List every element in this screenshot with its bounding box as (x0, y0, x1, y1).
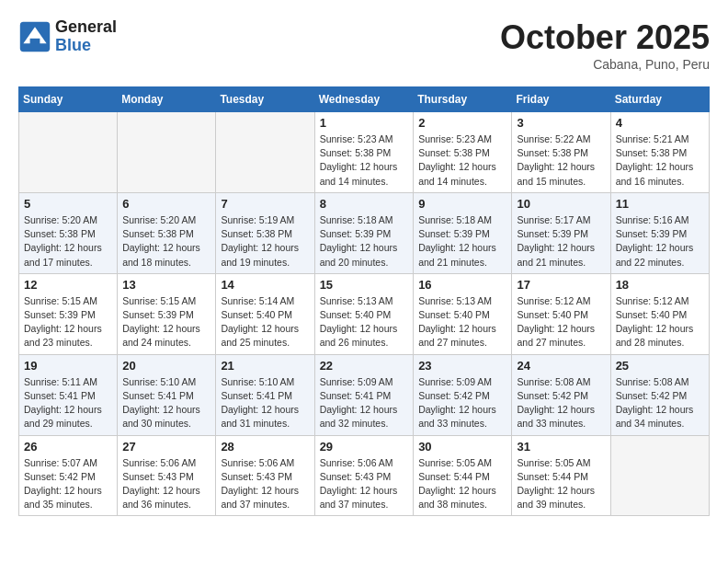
calendar-week-row: 1Sunrise: 5:23 AM Sunset: 5:38 PM Daylig… (19, 112, 710, 193)
calendar-cell (19, 112, 118, 193)
day-info: Sunrise: 5:22 AM Sunset: 5:38 PM Dayligh… (517, 132, 605, 189)
weekday-header-thursday: Thursday (414, 87, 512, 112)
day-number: 19 (24, 359, 112, 373)
day-number: 30 (418, 440, 506, 454)
calendar-cell: 14Sunrise: 5:14 AM Sunset: 5:40 PM Dayli… (216, 273, 314, 354)
day-info: Sunrise: 5:10 AM Sunset: 5:41 PM Dayligh… (122, 375, 210, 431)
calendar-cell: 2Sunrise: 5:23 AM Sunset: 5:38 PM Daylig… (414, 112, 512, 193)
day-number: 9 (418, 197, 506, 211)
day-number: 14 (221, 278, 309, 292)
calendar-cell: 23Sunrise: 5:09 AM Sunset: 5:42 PM Dayli… (414, 354, 512, 435)
day-number: 24 (517, 359, 605, 373)
calendar-cell: 3Sunrise: 5:22 AM Sunset: 5:38 PM Daylig… (512, 112, 610, 193)
calendar-cell: 17Sunrise: 5:12 AM Sunset: 5:40 PM Dayli… (512, 273, 610, 354)
logo-icon (18, 20, 51, 53)
calendar-cell: 20Sunrise: 5:10 AM Sunset: 5:41 PM Dayli… (118, 354, 216, 435)
day-info: Sunrise: 5:11 AM Sunset: 5:41 PM Dayligh… (24, 375, 112, 431)
day-info: Sunrise: 5:05 AM Sunset: 5:44 PM Dayligh… (517, 456, 605, 512)
title-block: October 2025 Cabana, Puno, Peru (500, 18, 710, 72)
calendar-cell: 22Sunrise: 5:09 AM Sunset: 5:41 PM Dayli… (314, 354, 414, 435)
day-number: 25 (616, 359, 704, 373)
weekday-header-row: SundayMondayTuesdayWednesdayThursdayFrid… (19, 87, 710, 112)
day-info: Sunrise: 5:15 AM Sunset: 5:39 PM Dayligh… (122, 294, 210, 350)
day-number: 15 (320, 278, 409, 292)
location-subtitle: Cabana, Puno, Peru (500, 57, 710, 72)
day-info: Sunrise: 5:09 AM Sunset: 5:42 PM Dayligh… (418, 375, 506, 431)
calendar-cell: 28Sunrise: 5:06 AM Sunset: 5:43 PM Dayli… (216, 435, 314, 516)
day-info: Sunrise: 5:19 AM Sunset: 5:38 PM Dayligh… (221, 213, 309, 270)
day-info: Sunrise: 5:13 AM Sunset: 5:40 PM Dayligh… (320, 294, 409, 350)
day-info: Sunrise: 5:06 AM Sunset: 5:43 PM Dayligh… (122, 456, 210, 512)
calendar-week-row: 19Sunrise: 5:11 AM Sunset: 5:41 PM Dayli… (19, 354, 710, 435)
weekday-header-monday: Monday (118, 87, 216, 112)
calendar-cell: 27Sunrise: 5:06 AM Sunset: 5:43 PM Dayli… (118, 435, 216, 516)
day-info: Sunrise: 5:06 AM Sunset: 5:43 PM Dayligh… (221, 456, 309, 512)
day-number: 5 (24, 197, 112, 211)
day-number: 1 (320, 116, 409, 130)
calendar-cell: 31Sunrise: 5:05 AM Sunset: 5:44 PM Dayli… (512, 435, 610, 516)
day-number: 26 (24, 440, 112, 454)
calendar-cell: 6Sunrise: 5:20 AM Sunset: 5:38 PM Daylig… (118, 192, 216, 273)
day-number: 18 (616, 278, 704, 292)
day-info: Sunrise: 5:18 AM Sunset: 5:39 PM Dayligh… (320, 213, 409, 270)
weekday-header-friday: Friday (512, 87, 610, 112)
calendar-cell: 13Sunrise: 5:15 AM Sunset: 5:39 PM Dayli… (118, 273, 216, 354)
calendar-cell: 11Sunrise: 5:16 AM Sunset: 5:39 PM Dayli… (610, 192, 709, 273)
day-number: 29 (320, 440, 409, 454)
month-title: October 2025 (500, 18, 710, 57)
day-number: 6 (122, 197, 210, 211)
logo-line1: General (55, 18, 117, 37)
day-number: 27 (122, 440, 210, 454)
day-info: Sunrise: 5:05 AM Sunset: 5:44 PM Dayligh… (418, 456, 506, 512)
day-info: Sunrise: 5:09 AM Sunset: 5:41 PM Dayligh… (320, 375, 409, 431)
day-number: 22 (320, 359, 409, 373)
logo: General Blue (18, 18, 117, 55)
day-info: Sunrise: 5:10 AM Sunset: 5:41 PM Dayligh… (221, 375, 309, 431)
calendar-cell: 15Sunrise: 5:13 AM Sunset: 5:40 PM Dayli… (314, 273, 414, 354)
day-info: Sunrise: 5:16 AM Sunset: 5:39 PM Dayligh… (616, 213, 704, 270)
day-info: Sunrise: 5:12 AM Sunset: 5:40 PM Dayligh… (517, 294, 605, 350)
day-number: 10 (517, 197, 605, 211)
day-info: Sunrise: 5:20 AM Sunset: 5:38 PM Dayligh… (122, 213, 210, 270)
calendar-cell: 30Sunrise: 5:05 AM Sunset: 5:44 PM Dayli… (414, 435, 512, 516)
calendar-week-row: 5Sunrise: 5:20 AM Sunset: 5:38 PM Daylig… (19, 192, 710, 273)
day-info: Sunrise: 5:08 AM Sunset: 5:42 PM Dayligh… (517, 375, 605, 431)
day-info: Sunrise: 5:07 AM Sunset: 5:42 PM Dayligh… (24, 456, 112, 512)
calendar-cell (216, 112, 314, 193)
day-info: Sunrise: 5:14 AM Sunset: 5:40 PM Dayligh… (221, 294, 309, 350)
calendar-cell: 1Sunrise: 5:23 AM Sunset: 5:38 PM Daylig… (314, 112, 414, 193)
day-info: Sunrise: 5:12 AM Sunset: 5:40 PM Dayligh… (616, 294, 704, 350)
calendar-cell: 19Sunrise: 5:11 AM Sunset: 5:41 PM Dayli… (19, 354, 118, 435)
calendar-cell: 21Sunrise: 5:10 AM Sunset: 5:41 PM Dayli… (216, 354, 314, 435)
day-number: 28 (221, 440, 309, 454)
day-number: 3 (517, 116, 605, 130)
day-number: 11 (616, 197, 704, 211)
day-info: Sunrise: 5:21 AM Sunset: 5:38 PM Dayligh… (616, 132, 704, 189)
day-number: 23 (418, 359, 506, 373)
calendar-cell: 12Sunrise: 5:15 AM Sunset: 5:39 PM Dayli… (19, 273, 118, 354)
calendar-week-row: 12Sunrise: 5:15 AM Sunset: 5:39 PM Dayli… (19, 273, 710, 354)
calendar-cell: 10Sunrise: 5:17 AM Sunset: 5:39 PM Dayli… (512, 192, 610, 273)
day-number: 8 (320, 197, 409, 211)
logo-line2: Blue (55, 37, 117, 55)
day-number: 31 (517, 440, 605, 454)
day-number: 4 (616, 116, 704, 130)
day-info: Sunrise: 5:13 AM Sunset: 5:40 PM Dayligh… (418, 294, 506, 350)
day-info: Sunrise: 5:06 AM Sunset: 5:43 PM Dayligh… (320, 456, 409, 512)
calendar-week-row: 26Sunrise: 5:07 AM Sunset: 5:42 PM Dayli… (19, 435, 710, 516)
day-number: 17 (517, 278, 605, 292)
calendar-cell: 8Sunrise: 5:18 AM Sunset: 5:39 PM Daylig… (314, 192, 414, 273)
day-number: 16 (418, 278, 506, 292)
day-number: 7 (221, 197, 309, 211)
calendar-cell: 18Sunrise: 5:12 AM Sunset: 5:40 PM Dayli… (610, 273, 709, 354)
day-number: 13 (122, 278, 210, 292)
calendar-cell: 5Sunrise: 5:20 AM Sunset: 5:38 PM Daylig… (19, 192, 118, 273)
calendar-cell (610, 435, 709, 516)
calendar-cell: 26Sunrise: 5:07 AM Sunset: 5:42 PM Dayli… (19, 435, 118, 516)
day-number: 21 (221, 359, 309, 373)
calendar-table: SundayMondayTuesdayWednesdayThursdayFrid… (18, 86, 710, 516)
day-number: 12 (24, 278, 112, 292)
day-number: 20 (122, 359, 210, 373)
calendar-cell: 29Sunrise: 5:06 AM Sunset: 5:43 PM Dayli… (314, 435, 414, 516)
svg-rect-2 (30, 39, 40, 45)
